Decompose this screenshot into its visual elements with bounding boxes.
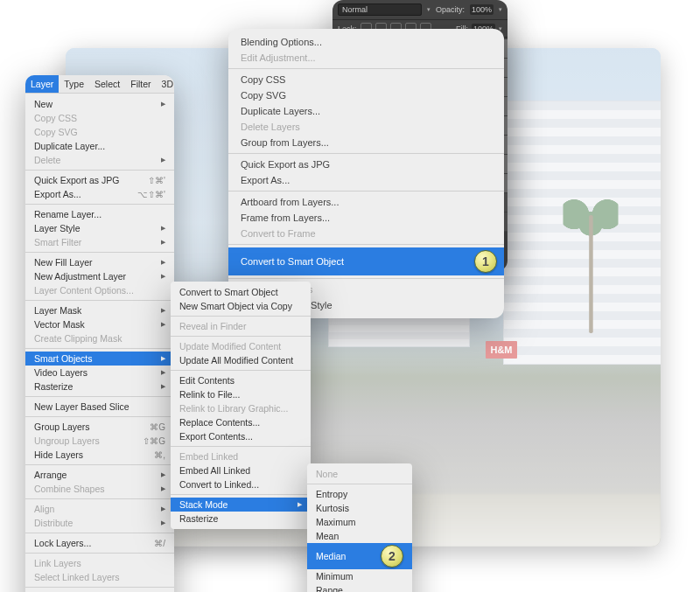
building [503, 101, 661, 365]
menubar-item[interactable]: 3D [157, 75, 178, 93]
menu-item[interactable]: Group Layers⌘G [25, 420, 174, 434]
menubar-item[interactable]: Layer [25, 75, 59, 93]
menu-item[interactable]: Rename Layer... [25, 207, 174, 221]
chevron-down-icon: ▾ [499, 6, 502, 13]
menu-item[interactable]: Kurtosis [307, 501, 412, 515]
menu-item[interactable]: Edit Contents [171, 373, 311, 387]
menu-item[interactable]: Entropy [307, 487, 412, 501]
menu-item[interactable]: Median2 [307, 543, 412, 569]
menu-item[interactable]: New Adjustment Layer [25, 269, 174, 283]
step-badge-2: 2 [381, 545, 403, 568]
menu-item: Distribute [25, 516, 174, 530]
menu-item[interactable]: Relink to File... [171, 387, 311, 401]
opacity-value[interactable]: 100% [470, 4, 494, 15]
menu-item: Delete Layers [228, 119, 504, 135]
menu-item[interactable]: Embed All Linked [171, 463, 311, 477]
menu-item[interactable]: Range [307, 583, 412, 592]
menu-item[interactable]: Update All Modified Content [171, 353, 311, 367]
menu-item[interactable]: Export As...⌥⇧⌘' [25, 187, 174, 201]
menu-item[interactable]: Export Contents... [171, 429, 311, 443]
menu-item: Align [25, 502, 174, 516]
menu-item: Select Linked Layers [25, 570, 174, 584]
menu-item: Link Layers [25, 556, 174, 570]
menu-item: Smart Filter [25, 235, 174, 249]
menu-item-convert-smart-object[interactable]: Convert to Smart Object1 [228, 247, 504, 275]
menu-item[interactable]: Arrange [25, 468, 174, 482]
menu-item: Copy SVG [25, 125, 174, 139]
menu-item: Create Clipping Mask [25, 331, 174, 345]
menu-item: Embed Linked [171, 449, 311, 463]
chevron-down-icon: ▾ [427, 6, 430, 13]
menu-item: Ungroup Layers⇧⌘G [25, 434, 174, 448]
menu-item[interactable]: Video Layers [25, 366, 174, 380]
menu-item[interactable]: Lock Layers...⌘/ [25, 536, 174, 550]
stack-mode-submenu: NoneEntropyKurtosisMaximumMeanMedian2Min… [307, 463, 412, 592]
menu-item[interactable]: Replace Contents... [171, 415, 311, 429]
menu-item[interactable]: Copy CSS [228, 72, 504, 87]
menu-item: Update Modified Content [171, 339, 311, 353]
menu-item[interactable]: New Smart Object via Copy [171, 299, 311, 313]
menu-item[interactable]: Vector Mask [25, 317, 174, 331]
menu-item: None [307, 467, 412, 481]
menu-item[interactable]: New [25, 97, 174, 111]
menu-item[interactable]: Minimum [307, 569, 412, 583]
menu-item: Delete [25, 153, 174, 167]
menu-item: Layer Content Options... [25, 283, 174, 297]
blend-mode-select[interactable]: Normal [338, 3, 422, 16]
layer-context-menu: Blending Options...Edit Adjustment...Cop… [228, 29, 504, 318]
layer-menu: LayerTypeSelectFilter3D NewCopy CSSCopy … [25, 75, 174, 592]
menu-item: Combine Shapes [25, 482, 174, 496]
menu-item[interactable]: Mean [307, 529, 412, 543]
opacity-label: Opacity: [436, 5, 465, 14]
menubar-item[interactable]: Select [89, 75, 125, 93]
menu-item[interactable]: Artboard from Layers... [228, 194, 504, 210]
menu-item: Copy CSS [25, 111, 174, 125]
menu-item[interactable]: Rasterize [171, 512, 311, 526]
menu-item[interactable]: Maximum [307, 515, 412, 529]
menu-item[interactable]: Layer Mask [25, 303, 174, 317]
menu-item[interactable]: Convert to Linked... [171, 477, 311, 491]
menu-item[interactable]: New Layer Based Slice [25, 400, 174, 414]
menu-item: Reveal in Finder [171, 319, 311, 333]
palm-tree [567, 192, 614, 333]
menubar-item[interactable]: Type [59, 75, 89, 93]
menu-item[interactable]: Export As... [228, 172, 504, 188]
menu-item[interactable]: Duplicate Layers... [228, 103, 504, 119]
store-sign: H&M [486, 341, 517, 359]
menu-item: Edit Adjustment... [228, 50, 504, 66]
menu-item[interactable]: Blending Options... [228, 34, 504, 50]
menu-item[interactable]: Hide Layers⌘, [25, 448, 174, 462]
menu-item[interactable]: Copy SVG [228, 87, 504, 103]
menu-item[interactable]: Frame from Layers... [228, 210, 504, 226]
menu-item[interactable]: Rasterize [25, 380, 174, 394]
menu-item[interactable]: New Fill Layer [25, 255, 174, 269]
menu-item[interactable]: Group from Layers... [228, 135, 504, 150]
menu-item[interactable]: Quick Export as JPG⇧⌘' [25, 173, 174, 187]
menu-item[interactable]: Smart Objects [25, 352, 174, 366]
menu-item[interactable]: Convert to Smart Object [171, 285, 311, 299]
smart-objects-submenu: Convert to Smart ObjectNew Smart Object … [171, 282, 311, 529]
menu-item[interactable]: Duplicate Layer... [25, 139, 174, 153]
menu-item[interactable]: Quick Export as JPG [228, 157, 504, 172]
menubar-item[interactable]: Filter [125, 75, 156, 93]
menu-item: Convert to Frame [228, 226, 504, 241]
menu-item[interactable]: Stack Mode [171, 498, 311, 512]
menu-item: Relink to Library Graphic... [171, 401, 311, 415]
step-badge-1: 1 [474, 250, 497, 273]
menu-item[interactable]: Layer Style [25, 221, 174, 235]
